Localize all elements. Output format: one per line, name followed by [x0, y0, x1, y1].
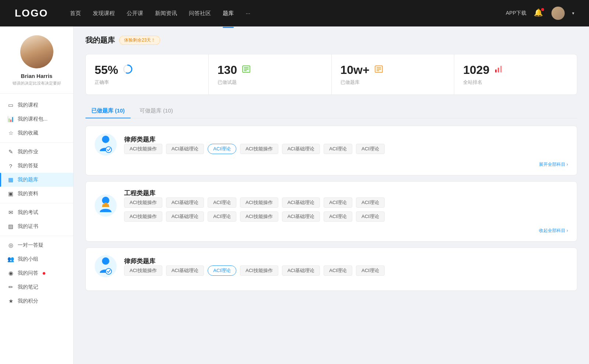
qbank-title-1: 律师类题库 — [124, 135, 568, 144]
tab-todo-banks[interactable]: 可做题库 (10) — [134, 104, 179, 118]
tag[interactable]: ACI理论 — [324, 144, 352, 154]
app-download-button[interactable]: APP下载 — [506, 10, 526, 17]
sidebar-label: 我的题库 — [18, 176, 38, 183]
tag[interactable]: ACI基础理论 — [282, 144, 320, 154]
qbank-avatar-2 — [95, 195, 117, 217]
svg-point-14 — [106, 147, 112, 153]
tag[interactable]: ACI技能操作 — [124, 144, 162, 154]
sidebar-label: 我的积分 — [18, 298, 38, 304]
user-menu-chevron[interactable]: ▾ — [572, 11, 574, 16]
stat-banks-label: 已做题库 — [341, 79, 445, 86]
qbank-avatar-3 — [95, 255, 117, 277]
profile-avatar — [20, 35, 53, 68]
svg-point-18 — [106, 268, 112, 274]
sidebar-item-favorites[interactable]: ☆ 我的收藏 — [0, 126, 73, 140]
sidebar-label: 我的课程包... — [18, 116, 47, 122]
stat-top3: 10w+ — [341, 63, 445, 77]
tag[interactable]: ACI基础理论 — [166, 211, 204, 222]
bar-chart-icon — [494, 64, 503, 76]
nav-questionbank[interactable]: 题库 — [223, 8, 234, 18]
tag[interactable]: ACI理论 — [208, 197, 236, 208]
tag[interactable]: ACI技能操作 — [124, 211, 162, 222]
group-icon: 👥 — [7, 256, 14, 263]
qbank-title-2: 工程类题库 — [124, 189, 568, 197]
sidebar-label: 我的问答 — [18, 270, 38, 276]
tag[interactable]: ACI理论 — [356, 265, 385, 276]
sidebar-label: 我的笔记 — [18, 284, 38, 290]
sidebar-item-certificate[interactable]: ▨ 我的证书 — [0, 220, 73, 233]
points-icon: ★ — [7, 298, 14, 304]
stat-done-value: 130 — [218, 63, 237, 77]
tag[interactable]: ACI理论 — [208, 211, 236, 222]
nav-home[interactable]: 首页 — [70, 8, 81, 18]
book-icon — [241, 64, 251, 76]
tag[interactable]: ACI理论 — [324, 265, 352, 276]
homework-icon: ✎ — [7, 149, 14, 155]
svg-rect-16 — [104, 203, 107, 205]
collapse-button-2[interactable]: 收起全部科目 › — [95, 228, 568, 234]
avatar-image — [551, 7, 565, 20]
tag[interactable]: ACI技能操作 — [124, 265, 162, 276]
tag[interactable]: ACI理论 — [356, 197, 385, 208]
tag[interactable]: ACI基础理论 — [166, 265, 204, 276]
expand-button-1[interactable]: 展开全部科目 › — [95, 161, 568, 168]
tab-done-banks[interactable]: 已做题库 (10) — [85, 104, 131, 118]
notes-icon: ✏ — [7, 284, 14, 290]
stat-top2: 130 — [218, 63, 322, 77]
page-header: 我的题库 体验剩余23天！ — [85, 35, 577, 45]
nav-news[interactable]: 新闻资讯 — [155, 8, 177, 18]
sidebar-profile: Brian Harris 错误的决定比没有决定要好 — [0, 35, 73, 94]
qbank-tags-1: ACI技能操作 ACI基础理论 ACI理论 ACI技能操作 ACI基础理论 AC… — [124, 144, 568, 154]
sidebar-item-1on1[interactable]: ◎ 一对一答疑 — [0, 238, 73, 252]
sidebar-item-questionbank[interactable]: ▦ 我的题库 — [0, 173, 73, 187]
tag[interactable]: ACI基础理论 — [282, 197, 320, 208]
divider — [0, 142, 73, 143]
user-avatar[interactable] — [551, 7, 565, 20]
svg-rect-10 — [495, 69, 497, 72]
tag[interactable]: ACI理论 — [356, 144, 385, 154]
nav-more[interactable]: ··· — [246, 8, 250, 18]
svg-rect-11 — [498, 68, 499, 72]
divider3 — [0, 236, 73, 236]
svg-point-13 — [102, 136, 109, 143]
tag[interactable]: ACI基础理论 — [166, 144, 204, 154]
stats-row: 55% 正确率 130 — [85, 54, 577, 95]
nav-opencourse[interactable]: 公开课 — [127, 8, 143, 18]
stat-accuracy-value: 55% — [95, 63, 118, 77]
exam-icon: ✉ — [7, 209, 14, 216]
qbank-avatar-1 — [95, 133, 117, 156]
tag[interactable]: ACI技能操作 — [240, 211, 278, 222]
sidebar-item-qa[interactable]: ? 我的答疑 — [0, 159, 73, 173]
main-content: 我的题库 体验剩余23天！ 55% 正确率 13 — [74, 26, 589, 364]
tag[interactable]: ACI技能操作 — [240, 144, 278, 154]
tag[interactable]: ACI理论 — [324, 211, 352, 222]
tag[interactable]: ACI基础理论 — [282, 265, 320, 276]
sidebar-item-points[interactable]: ★ 我的积分 — [0, 294, 73, 308]
tag-active[interactable]: ACI理论 — [208, 265, 236, 276]
qbank-header-2: 工程类题库 ACI技能操作 ACI基础理论 ACI理论 ACI技能操作 ACI基… — [95, 189, 568, 222]
sidebar-item-mycourse[interactable]: ▭ 我的课程 — [0, 98, 73, 112]
1on1-icon: ◎ — [7, 242, 14, 249]
nav-qa[interactable]: 问答社区 — [189, 8, 211, 18]
sidebar-item-coursepackage[interactable]: 📊 我的课程包... — [0, 112, 73, 126]
sidebar-item-exam[interactable]: ✉ 我的考试 — [0, 206, 73, 220]
sidebar-item-myqa[interactable]: ◉ 我的问答 — [0, 266, 73, 280]
nav-discover[interactable]: 发现课程 — [93, 8, 115, 18]
notification-bell[interactable]: 🔔 — [534, 8, 544, 18]
tag[interactable]: ACI技能操作 — [240, 197, 278, 208]
tag[interactable]: ACI技能操作 — [240, 265, 278, 276]
tag[interactable]: ACI基础理论 — [166, 197, 204, 208]
tag[interactable]: ACI基础理论 — [282, 211, 320, 222]
sidebar-item-group[interactable]: 👥 我的小组 — [0, 252, 73, 266]
sidebar-item-homework[interactable]: ✎ 我的作业 — [0, 145, 73, 159]
sidebar-menu: ▭ 我的课程 📊 我的课程包... ☆ 我的收藏 ✎ 我的作业 ? 我的答疑 ▦ — [0, 98, 73, 308]
nav-right: APP下载 🔔 ▾ — [506, 7, 574, 20]
sidebar-item-notes[interactable]: ✏ 我的笔记 — [0, 280, 73, 294]
sidebar-item-materials[interactable]: ▣ 我的资料 — [0, 187, 73, 201]
tag[interactable]: ACI理论 — [356, 211, 385, 222]
tag[interactable]: ACI理论 — [324, 197, 352, 208]
sidebar: Brian Harris 错误的决定比没有决定要好 ▭ 我的课程 📊 我的课程包… — [0, 26, 74, 364]
tag-active[interactable]: ACI理论 — [208, 144, 236, 154]
tag[interactable]: ACI技能操作 — [124, 197, 162, 208]
main-layout: Brian Harris 错误的决定比没有决定要好 ▭ 我的课程 📊 我的课程包… — [0, 26, 589, 364]
